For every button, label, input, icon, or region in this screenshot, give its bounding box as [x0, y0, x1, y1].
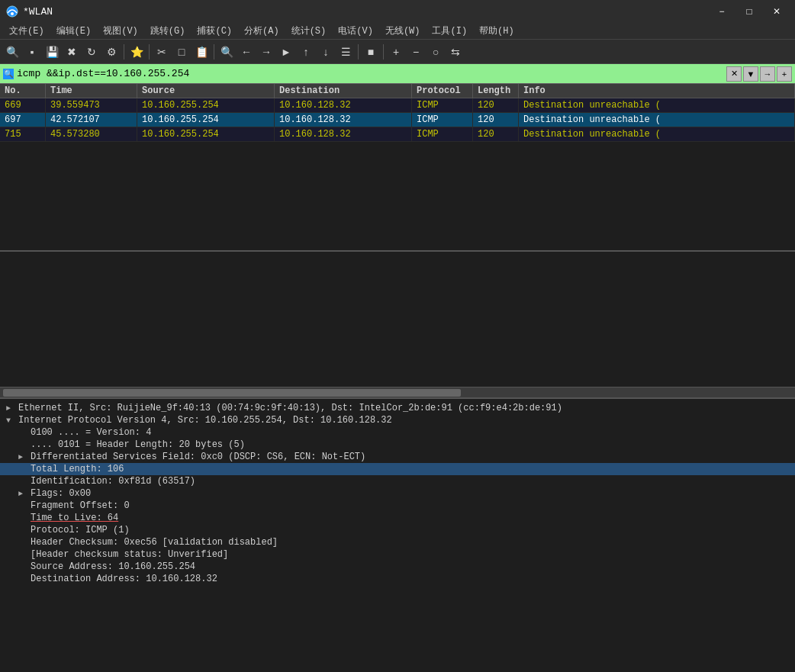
ip-checksum-status-row: [Header checksum status: Unverified]: [0, 548, 795, 561]
toolbar-open[interactable]: ▪: [23, 43, 41, 61]
cell-destination: 10.160.128.32: [275, 127, 412, 141]
cell-destination: 10.160.128.32: [275, 113, 412, 127]
packet-list: No. Time Source Destination Protocol Len…: [0, 84, 795, 252]
filter-clear-btn[interactable]: ✕: [726, 66, 742, 82]
toolbar-zoom-out[interactable]: −: [407, 43, 425, 61]
menu-wireless[interactable]: 无线(W): [379, 23, 426, 39]
table-row[interactable]: 669 39.559473 10.160.255.254 10.160.128.…: [0, 98, 795, 113]
horizontal-scrollbar[interactable]: [0, 387, 795, 397]
ethernet-expand-arrow: ►: [6, 404, 15, 413]
empty-area: [0, 252, 795, 387]
table-row[interactable]: 715 45.573280 10.160.255.254 10.160.128.…: [0, 127, 795, 142]
toolbar-reload[interactable]: ↻: [82, 43, 101, 61]
scrollbar-thumb[interactable]: [3, 389, 461, 397]
toolbar-go-first[interactable]: ↑: [297, 43, 315, 61]
menu-analyze[interactable]: 分析(A): [238, 23, 285, 39]
filter-input[interactable]: [17, 68, 726, 79]
ip-identification-row: Identification: 0xf81d (63517): [0, 475, 795, 487]
header-source: Source: [137, 84, 275, 98]
filter-apply-btn[interactable]: →: [760, 66, 775, 82]
toolbar-capture-fav[interactable]: ⭐: [127, 43, 146, 61]
toolbar: 🔍 ▪ 💾 ✖ ↻ ⚙ ⭐ ✂ □ 📋 🔍 ← → ► ↑ ↓ ☰ ■ + − …: [0, 40, 795, 64]
ip-checksum-text: Header Checksum: 0xec56 [validation disa…: [31, 537, 278, 548]
toolbar-copy[interactable]: □: [172, 43, 191, 61]
toolbar-sep-2: [149, 44, 150, 59]
toolbar-zoom-in[interactable]: +: [387, 43, 405, 61]
title-bar: *WLAN − □ ✕: [0, 0, 795, 23]
toolbar-new-capture[interactable]: 🔍: [3, 43, 21, 61]
cell-no: 715: [0, 127, 46, 141]
ip-total-len-text: Total Length: 106: [31, 464, 124, 474]
minimize-button[interactable]: −: [710, 4, 734, 19]
cell-length: 120: [473, 127, 519, 141]
menu-goto[interactable]: 跳转(G): [144, 23, 192, 39]
menu-statistics[interactable]: 统计(S): [285, 23, 333, 39]
cell-source: 10.160.255.254: [137, 98, 275, 112]
cell-info: Destination unreachable (: [519, 98, 795, 112]
ip-protocol-row: Protocol: ICMP (1): [0, 524, 795, 536]
filter-indicator: 🔍: [3, 69, 14, 79]
ip-layer-row[interactable]: ▼ Internet Protocol Version 4, Src: 10.1…: [0, 414, 795, 426]
header-destination: Destination: [275, 84, 412, 98]
cell-length: 120: [473, 98, 519, 112]
toolbar-forward[interactable]: →: [257, 43, 275, 61]
filter-bookmark-btn[interactable]: ▼: [743, 66, 758, 82]
close-button[interactable]: ✕: [764, 4, 789, 19]
svg-point-1: [11, 12, 14, 15]
ip-dsf-row[interactable]: ► Differentiated Services Field: 0xc0 (D…: [0, 451, 795, 463]
ip-src-addr-text: Source Address: 10.160.255.254: [31, 561, 195, 572]
menu-bar: 文件(E) 编辑(E) 视图(V) 跳转(G) 捕获(C) 分析(A) 统计(S…: [0, 23, 795, 40]
toolbar-close[interactable]: ✖: [63, 43, 81, 61]
menu-edit[interactable]: 编辑(E): [50, 23, 98, 39]
cell-source: 10.160.255.254: [137, 113, 275, 127]
filter-bar: 🔍 ✕ ▼ → +: [0, 64, 795, 84]
app-title: *WLAN: [23, 6, 53, 18]
toolbar-expand-all[interactable]: ☰: [336, 43, 355, 61]
menu-view[interactable]: 视图(V): [97, 23, 144, 39]
cell-time: 39.559473: [46, 98, 137, 112]
menu-telephony[interactable]: 电话(V): [332, 23, 379, 39]
ip-fragment-offset-row: Fragment Offset: 0: [0, 500, 795, 512]
menu-help[interactable]: 帮助(H): [473, 23, 520, 39]
toolbar-paste[interactable]: 📋: [192, 43, 211, 61]
toolbar-cut[interactable]: ✂: [153, 43, 171, 61]
toolbar-sep-5: [383, 44, 384, 59]
ip-header-len-row: .... 0101 = Header Length: 20 bytes (5): [0, 439, 795, 451]
ethernet-layer-row[interactable]: ► Ethernet II, Src: RuijieNe_9f:40:13 (0…: [0, 402, 795, 414]
toolbar-search[interactable]: 🔍: [217, 43, 236, 61]
toolbar-sep-3: [214, 44, 214, 59]
cell-length: 120: [473, 113, 519, 127]
toolbar-go-last[interactable]: ↓: [317, 43, 335, 61]
ip-version-row: 0100 .... = Version: 4: [0, 426, 795, 439]
menu-capture[interactable]: 捕获(C): [191, 23, 238, 39]
toolbar-options[interactable]: ⚙: [102, 43, 121, 61]
packet-list-header: No. Time Source Destination Protocol Len…: [0, 84, 795, 98]
ip-total-len-row[interactable]: Total Length: 106: [0, 463, 795, 475]
ip-checksum-row: Header Checksum: 0xec56 [validation disa…: [0, 536, 795, 548]
menu-file[interactable]: 文件(E): [3, 23, 50, 39]
cell-destination: 10.160.128.32: [275, 98, 412, 112]
ip-flags-arrow: ►: [18, 490, 27, 498]
toolbar-color-toggle[interactable]: ■: [362, 43, 380, 61]
ip-dst-addr-row: Destination Address: 10.160.128.32: [0, 573, 795, 585]
menu-tools[interactable]: 工具(I): [426, 23, 473, 39]
cell-time: 45.573280: [46, 127, 137, 141]
ip-expand-arrow: ▼: [6, 416, 15, 425]
toolbar-resize-cols[interactable]: ⇆: [446, 43, 465, 61]
ip-checksum-status-text: [Header checksum status: Unverified]: [31, 549, 228, 560]
ip-flags-row[interactable]: ► Flags: 0x00: [0, 487, 795, 500]
header-protocol: Protocol: [412, 84, 473, 98]
table-row[interactable]: 697 42.572107 10.160.255.254 10.160.128.…: [0, 113, 795, 127]
cell-no: 669: [0, 98, 46, 112]
toolbar-back[interactable]: ←: [237, 43, 256, 61]
ip-dsf-arrow: ►: [18, 453, 27, 461]
ip-dst-addr-text: Destination Address: 10.160.128.32: [31, 574, 217, 584]
cell-protocol: ICMP: [412, 113, 473, 127]
toolbar-zoom-normal[interactable]: ○: [426, 43, 445, 61]
maximize-button[interactable]: □: [737, 4, 761, 19]
toolbar-sep-1: [124, 44, 124, 59]
ip-flags-text: Flags: 0x00: [31, 488, 91, 499]
toolbar-save[interactable]: 💾: [43, 43, 61, 61]
filter-add-btn[interactable]: +: [777, 66, 792, 82]
toolbar-go-packet[interactable]: ►: [277, 43, 295, 61]
